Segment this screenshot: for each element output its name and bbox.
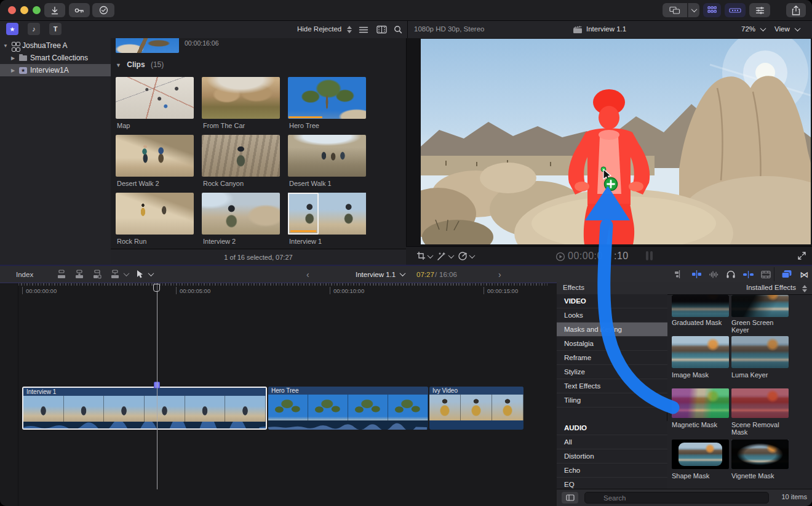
retime-button[interactable] xyxy=(458,251,468,261)
transitions-browser-icon[interactable]: ⋈ xyxy=(800,270,808,279)
clip-thumbnail[interactable] xyxy=(202,77,280,119)
effect-thumbnail-shape-mask[interactable] xyxy=(672,440,729,469)
viewer-video-frame[interactable] xyxy=(421,39,811,244)
category-looks[interactable]: Looks xyxy=(557,308,667,323)
clip-thumbnail[interactable] xyxy=(116,193,194,235)
effect-thumbnail-green-screen-keyer[interactable] xyxy=(731,295,789,317)
selection-range[interactable] xyxy=(288,193,319,235)
crop-button[interactable] xyxy=(416,251,426,260)
effect-thumbnail-magnetic-mask[interactable] xyxy=(672,388,729,418)
close-window-button[interactable] xyxy=(8,6,16,14)
play-icon[interactable] xyxy=(555,252,565,262)
overwrite-edit-icon[interactable] xyxy=(110,270,120,279)
effect-thumbnail-image-mask[interactable] xyxy=(672,336,729,368)
timeline-clip-hero-tree[interactable]: Hero Tree xyxy=(268,387,428,430)
timeline-history-popup[interactable]: Interview 1.1 xyxy=(356,266,405,283)
list-view-icon xyxy=(359,26,368,34)
clip-thumbnail-selected[interactable] xyxy=(288,193,366,235)
media-sidebar-icon[interactable]: ★ xyxy=(6,23,18,35)
browser-search-button[interactable] xyxy=(394,25,402,34)
connect-display-button[interactable] xyxy=(663,3,687,17)
effect-thumbnail-scene-removal-mask[interactable] xyxy=(731,388,789,418)
headphones-icon[interactable] xyxy=(726,270,736,279)
share-button[interactable] xyxy=(786,3,806,17)
effect-thumbnail-luma-keyer[interactable] xyxy=(731,336,789,368)
chevron-down-icon[interactable] xyxy=(124,270,130,276)
chevron-down-icon[interactable] xyxy=(448,252,455,259)
category-all[interactable]: All xyxy=(557,435,667,449)
clip-title-bar: Hero Tree xyxy=(268,387,428,395)
timeline-clip-ivy-video[interactable]: Ivy Video xyxy=(429,387,523,430)
connect-edit-icon[interactable] xyxy=(57,270,66,279)
disclosure-triangle-icon[interactable]: ▶ xyxy=(10,68,16,73)
import-media-button[interactable] xyxy=(44,3,65,17)
tool-popup[interactable] xyxy=(137,266,153,283)
index-button[interactable]: Index xyxy=(16,266,33,283)
viewer-zoom-popup[interactable]: 72% xyxy=(741,25,765,33)
keywords-button[interactable] xyxy=(69,3,90,17)
updown-stepper-icon[interactable] xyxy=(802,285,807,292)
disclosure-triangle-icon[interactable]: ▼ xyxy=(116,62,121,68)
timeline-pane[interactable]: 00:00:00:00 00:00:05:00 00:00:10:00 00:0… xyxy=(0,283,557,506)
skimming-icon[interactable] xyxy=(742,270,754,279)
effects-search-input[interactable] xyxy=(584,492,769,504)
clip-thumbnail[interactable] xyxy=(202,135,280,177)
category-text-effects[interactable]: Text Effects xyxy=(557,379,667,393)
show-inspector-button[interactable] xyxy=(749,3,770,17)
filmstrip-view-button[interactable] xyxy=(376,25,387,34)
category-reframe[interactable]: Reframe xyxy=(557,351,667,365)
blade-tool-icon[interactable] xyxy=(691,270,702,279)
display-options-chevron[interactable] xyxy=(688,3,699,17)
enhancements-button[interactable] xyxy=(437,251,447,261)
titles-generators-sidebar-icon[interactable]: T xyxy=(49,23,62,35)
trim-tool-icon[interactable] xyxy=(674,270,685,279)
clip-filter-popup[interactable]: Hide Rejected xyxy=(297,25,352,33)
playhead-handle[interactable] xyxy=(153,284,160,292)
audio-meter[interactable] xyxy=(650,251,653,260)
minimize-window-button[interactable] xyxy=(20,6,28,14)
category-tiling[interactable]: Tiling xyxy=(557,393,667,408)
viewer-view-popup[interactable]: View xyxy=(774,25,800,33)
audio-meter[interactable] xyxy=(646,251,648,260)
fullscreen-button[interactable] xyxy=(798,252,806,260)
insert-edit-icon[interactable] xyxy=(74,270,84,279)
playhead-line[interactable] xyxy=(157,283,157,489)
clip-thumbnail[interactable] xyxy=(202,193,280,235)
append-edit-icon[interactable] xyxy=(92,270,102,279)
chevron-down-icon[interactable] xyxy=(428,252,434,259)
clip-thumbnail[interactable] xyxy=(288,135,366,177)
sidebar-item-smart-collections[interactable]: ▶ Smart Collections xyxy=(0,52,121,64)
chevron-down-icon[interactable] xyxy=(469,252,476,259)
media-film-icon[interactable] xyxy=(761,270,771,279)
timeline-clip-interview-1[interactable]: Interview 1 xyxy=(22,387,267,430)
clip-thumbnail[interactable] xyxy=(116,135,194,177)
show-browser-button[interactable] xyxy=(703,3,721,17)
background-tasks-button[interactable] xyxy=(92,3,114,17)
show-timeline-button[interactable] xyxy=(725,3,746,17)
sidebar-item-event[interactable]: ▶ ★ Interview1A xyxy=(0,64,121,76)
disclosure-triangle-icon[interactable]: ▼ xyxy=(2,43,9,49)
clip-thumbnail-partial[interactable] xyxy=(116,38,179,53)
effect-thumbnail-vignette-mask[interactable] xyxy=(731,440,789,469)
next-timeline-button[interactable]: › xyxy=(498,266,501,283)
effects-browser-icon[interactable] xyxy=(781,270,792,279)
hide-category-sidebar-button[interactable] xyxy=(562,492,578,504)
category-distortion[interactable]: Distortion xyxy=(557,449,667,464)
clips-section-header[interactable]: ▼ Clips (15) xyxy=(116,60,164,69)
category-nostalgia[interactable]: Nostalgia xyxy=(557,337,667,351)
photos-audio-sidebar-icon[interactable]: ♪ xyxy=(28,23,40,35)
category-masks-and-keying[interactable]: Masks and Keying xyxy=(557,323,667,337)
installed-effects-popup[interactable]: Installed Effects xyxy=(746,284,796,291)
effect-thumbnail-graduated-mask[interactable] xyxy=(672,295,729,317)
previous-timeline-button[interactable]: ‹ xyxy=(306,266,309,283)
clip-thumbnail[interactable] xyxy=(116,77,194,119)
clip-thumbnail[interactable] xyxy=(288,77,366,119)
audio-waveform-icon[interactable] xyxy=(709,270,719,279)
disclosure-triangle-icon[interactable]: ▶ xyxy=(10,55,16,61)
viewer-project-name[interactable]: Interview 1.1 xyxy=(586,25,626,33)
zoom-window-button[interactable] xyxy=(33,6,41,14)
sidebar-item-library[interactable]: ▼ JoshuaTree A xyxy=(0,39,113,52)
category-stylize[interactable]: Stylize xyxy=(557,365,667,379)
category-echo[interactable]: Echo xyxy=(557,464,667,478)
clip-appearance-button[interactable] xyxy=(359,26,368,34)
